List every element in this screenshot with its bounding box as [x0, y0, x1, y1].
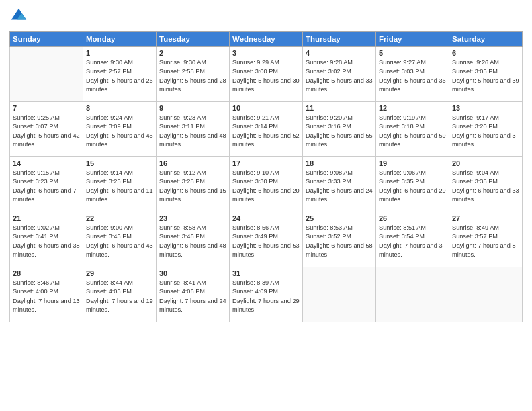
day-number: 31: [232, 269, 300, 277]
day-number: 4: [306, 49, 373, 57]
day-info: Sunrise: 9:30 AMSunset: 2:58 PMDaylight:…: [159, 58, 226, 94]
calendar-cell: 5Sunrise: 9:27 AMSunset: 3:03 PMDaylight…: [376, 47, 449, 102]
day-number: 16: [159, 159, 226, 167]
day-number: 20: [452, 159, 519, 167]
calendar-cell: 8Sunrise: 9:24 AMSunset: 3:09 PMDaylight…: [83, 102, 157, 157]
calendar-cell: 26Sunrise: 8:51 AMSunset: 3:54 PMDayligh…: [376, 212, 449, 267]
weekday-header-monday: Monday: [83, 32, 157, 47]
day-number: 12: [379, 104, 446, 112]
day-info: Sunrise: 9:17 AMSunset: 3:20 PMDaylight:…: [452, 113, 519, 149]
day-info: Sunrise: 8:44 AMSunset: 4:03 PMDaylight:…: [86, 279, 153, 314]
day-info: Sunrise: 9:27 AMSunset: 3:03 PMDaylight:…: [379, 58, 446, 94]
week-row-2: 14Sunrise: 9:15 AMSunset: 3:23 PMDayligh…: [10, 157, 523, 212]
calendar-cell: 22Sunrise: 9:00 AMSunset: 3:43 PMDayligh…: [83, 212, 157, 267]
day-number: 26: [379, 214, 446, 222]
day-info: Sunrise: 9:21 AMSunset: 3:14 PMDaylight:…: [232, 113, 300, 149]
day-number: 7: [13, 104, 80, 112]
day-number: 11: [306, 104, 373, 112]
weekday-header-saturday: Saturday: [449, 32, 523, 47]
header: [9, 7, 523, 26]
week-row-1: 7Sunrise: 9:25 AMSunset: 3:07 PMDaylight…: [10, 102, 523, 157]
day-number: 17: [232, 159, 300, 167]
day-number: 5: [379, 49, 446, 57]
day-number: 23: [159, 214, 226, 222]
day-number: 25: [306, 214, 373, 222]
calendar-cell: 24Sunrise: 8:56 AMSunset: 3:49 PMDayligh…: [230, 212, 303, 267]
day-number: 18: [306, 159, 373, 167]
day-info: Sunrise: 9:28 AMSunset: 3:02 PMDaylight:…: [306, 58, 373, 94]
weekday-header-tuesday: Tuesday: [157, 32, 230, 47]
calendar-cell: 31Sunrise: 8:39 AMSunset: 4:09 PMDayligh…: [230, 267, 303, 322]
calendar-cell: [449, 267, 523, 322]
day-number: 19: [379, 159, 446, 167]
calendar-cell: 4Sunrise: 9:28 AMSunset: 3:02 PMDaylight…: [303, 47, 376, 102]
day-number: 3: [232, 49, 300, 57]
calendar-cell: [376, 267, 449, 322]
day-info: Sunrise: 9:26 AMSunset: 3:05 PMDaylight:…: [452, 58, 519, 94]
day-info: Sunrise: 8:58 AMSunset: 3:46 PMDaylight:…: [159, 224, 226, 259]
day-number: 27: [452, 214, 519, 222]
weekday-header-wednesday: Wednesday: [230, 32, 303, 47]
day-info: Sunrise: 8:39 AMSunset: 4:09 PMDaylight:…: [232, 279, 300, 314]
weekday-header-friday: Friday: [376, 32, 449, 47]
day-number: 22: [86, 214, 153, 222]
day-info: Sunrise: 9:06 AMSunset: 3:35 PMDaylight:…: [379, 169, 446, 204]
day-info: Sunrise: 9:29 AMSunset: 3:00 PMDaylight:…: [232, 58, 300, 94]
day-number: 10: [232, 104, 300, 112]
calendar-cell: 11Sunrise: 9:20 AMSunset: 3:16 PMDayligh…: [303, 102, 376, 157]
day-info: Sunrise: 8:53 AMSunset: 3:52 PMDaylight:…: [306, 224, 373, 259]
day-number: 8: [86, 104, 153, 112]
calendar-cell: 27Sunrise: 8:49 AMSunset: 3:57 PMDayligh…: [449, 212, 523, 267]
day-info: Sunrise: 9:02 AMSunset: 3:41 PMDaylight:…: [13, 224, 80, 259]
calendar-cell: 23Sunrise: 8:58 AMSunset: 3:46 PMDayligh…: [157, 212, 230, 267]
calendar-cell: 15Sunrise: 9:14 AMSunset: 3:25 PMDayligh…: [83, 157, 157, 212]
weekday-header-sunday: Sunday: [10, 32, 83, 47]
calendar-cell: 13Sunrise: 9:17 AMSunset: 3:20 PMDayligh…: [449, 102, 523, 157]
calendar-cell: 21Sunrise: 9:02 AMSunset: 3:41 PMDayligh…: [10, 212, 83, 267]
day-number: 2: [159, 49, 226, 57]
day-number: 15: [86, 159, 153, 167]
day-info: Sunrise: 9:24 AMSunset: 3:09 PMDaylight:…: [86, 113, 153, 149]
weekday-header-row: SundayMondayTuesdayWednesdayThursdayFrid…: [10, 32, 523, 47]
calendar-cell: [10, 47, 83, 102]
calendar-cell: 20Sunrise: 9:04 AMSunset: 3:38 PMDayligh…: [449, 157, 523, 212]
calendar-table: SundayMondayTuesdayWednesdayThursdayFrid…: [9, 31, 523, 322]
weekday-header-thursday: Thursday: [303, 32, 376, 47]
calendar-cell: 30Sunrise: 8:41 AMSunset: 4:06 PMDayligh…: [157, 267, 230, 322]
day-info: Sunrise: 9:20 AMSunset: 3:16 PMDaylight:…: [306, 113, 373, 149]
page-container: SundayMondayTuesdayWednesdayThursdayFrid…: [0, 0, 532, 326]
calendar-cell: 1Sunrise: 9:30 AMSunset: 2:57 PMDaylight…: [83, 47, 157, 102]
day-info: Sunrise: 9:25 AMSunset: 3:07 PMDaylight:…: [13, 113, 80, 149]
day-info: Sunrise: 8:49 AMSunset: 3:57 PMDaylight:…: [452, 224, 519, 259]
calendar-cell: 12Sunrise: 9:19 AMSunset: 3:18 PMDayligh…: [376, 102, 449, 157]
day-number: 1: [86, 49, 153, 57]
calendar-cell: 29Sunrise: 8:44 AMSunset: 4:03 PMDayligh…: [83, 267, 157, 322]
calendar-cell: 9Sunrise: 9:23 AMSunset: 3:11 PMDaylight…: [157, 102, 230, 157]
day-number: 13: [452, 104, 519, 112]
day-info: Sunrise: 8:51 AMSunset: 3:54 PMDaylight:…: [379, 224, 446, 259]
day-info: Sunrise: 9:00 AMSunset: 3:43 PMDaylight:…: [86, 224, 153, 259]
week-row-4: 28Sunrise: 8:46 AMSunset: 4:00 PMDayligh…: [10, 267, 523, 322]
calendar-cell: 14Sunrise: 9:15 AMSunset: 3:23 PMDayligh…: [10, 157, 83, 212]
calendar-cell: 17Sunrise: 9:10 AMSunset: 3:30 PMDayligh…: [230, 157, 303, 212]
day-number: 30: [159, 269, 226, 277]
logo: [9, 7, 31, 26]
logo-icon: [9, 7, 28, 26]
day-number: 29: [86, 269, 153, 277]
week-row-3: 21Sunrise: 9:02 AMSunset: 3:41 PMDayligh…: [10, 212, 523, 267]
day-info: Sunrise: 8:56 AMSunset: 3:49 PMDaylight:…: [232, 224, 300, 259]
day-info: Sunrise: 8:46 AMSunset: 4:00 PMDaylight:…: [13, 279, 80, 314]
calendar-cell: 16Sunrise: 9:12 AMSunset: 3:28 PMDayligh…: [157, 157, 230, 212]
calendar-cell: 10Sunrise: 9:21 AMSunset: 3:14 PMDayligh…: [230, 102, 303, 157]
day-number: 21: [13, 214, 80, 222]
calendar-cell: 25Sunrise: 8:53 AMSunset: 3:52 PMDayligh…: [303, 212, 376, 267]
calendar-cell: 3Sunrise: 9:29 AMSunset: 3:00 PMDaylight…: [230, 47, 303, 102]
calendar-cell: [303, 267, 376, 322]
day-info: Sunrise: 9:15 AMSunset: 3:23 PMDaylight:…: [13, 169, 80, 204]
day-number: 9: [159, 104, 226, 112]
day-info: Sunrise: 9:14 AMSunset: 3:25 PMDaylight:…: [86, 169, 153, 204]
day-info: Sunrise: 9:23 AMSunset: 3:11 PMDaylight:…: [159, 113, 226, 149]
day-number: 24: [232, 214, 300, 222]
calendar-cell: 28Sunrise: 8:46 AMSunset: 4:00 PMDayligh…: [10, 267, 83, 322]
day-info: Sunrise: 8:41 AMSunset: 4:06 PMDaylight:…: [159, 279, 226, 314]
